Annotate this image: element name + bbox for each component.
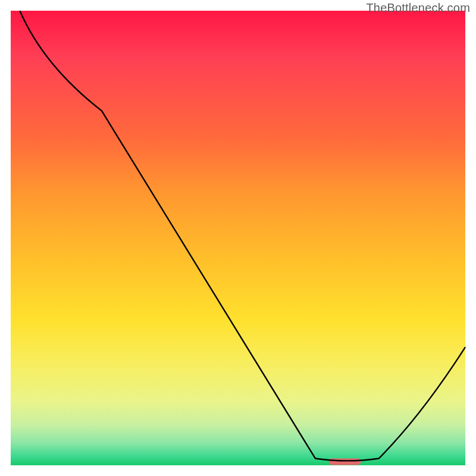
chart-container: TheBottleneck.com <box>0 0 476 476</box>
bottleneck-curve <box>20 11 465 461</box>
optimum-marker <box>329 458 361 465</box>
chart-overlay-svg <box>0 0 476 476</box>
watermark-text: TheBottleneck.com <box>366 1 470 15</box>
